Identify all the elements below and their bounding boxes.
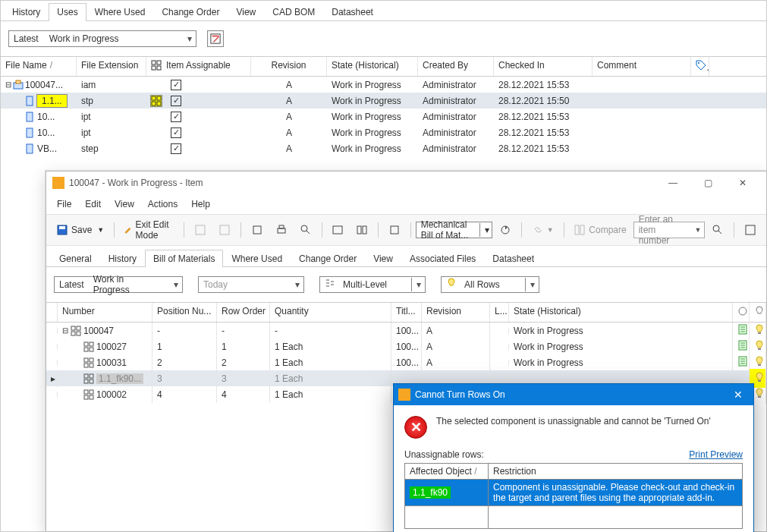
compare-button[interactable]: Compare [568,222,631,238]
hdr-state[interactable]: State (Historical) [327,57,418,76]
top-tab-where-used[interactable]: Where Used [86,3,154,21]
win-tab-associated-files[interactable]: Associated Files [401,250,484,267]
hdr-by[interactable]: Created By [418,57,494,76]
hdr-assignable[interactable]: Item Assignable [166,60,231,73]
toolbar-btn-3[interactable] [246,222,269,238]
page-icon[interactable] [733,353,750,372]
menu-view[interactable]: View [108,197,140,212]
file-row[interactable]: 10...ipt✓AWork in ProgressAdministrator2… [1,124,766,140]
toolbar-btn-2[interactable] [213,222,236,238]
bom-state: Work in Progress [509,354,733,371]
file-row[interactable]: ⊟100047...iam✓AWork in ProgressAdministr… [1,77,766,93]
win-tab-view[interactable]: View [365,250,401,267]
toolbar-btn-1[interactable] [189,222,212,238]
menu-file[interactable]: File [51,197,77,212]
find-button[interactable] [294,222,317,238]
go-button[interactable] [706,222,729,238]
toolbar-btn-last[interactable] [739,222,762,238]
top-tab-datasheet[interactable]: Datasheet [323,3,382,21]
exit-edit-mode-button[interactable]: Exit Edit Mode [119,217,179,243]
print-preview-link[interactable]: Print Preview [689,449,743,460]
tag-icon[interactable] [691,57,709,76]
page-icon[interactable] [733,376,750,382]
bom-rev: A [422,323,490,339]
file-row[interactable]: 10...ipt✓AWork in ProgressAdministrator2… [1,109,766,124]
svg-rect-62 [758,396,761,398]
menu-edit[interactable]: Edit [79,197,107,212]
link-button[interactable]: ▼ [527,222,559,238]
hdr-comment[interactable]: Comment [593,57,691,76]
toolbar-btn-4[interactable] [326,222,349,238]
chevron-down-icon[interactable]: ▾ [168,278,182,291]
svg-rect-20 [253,226,261,234]
bom-type-combo[interactable]: Mechanical Bill of Mat...▾ [416,222,492,238]
svg-rect-39 [758,332,761,334]
collapse-icon[interactable]: ⊟ [62,326,68,335]
bom-row[interactable]: 100027111 Each100...AWork in Progress [46,338,766,354]
bom-order: 3 [217,370,270,387]
sub-allrows-combo[interactable]: All Rows ▾ [441,276,539,293]
hdr-filename[interactable]: File Name [5,60,47,73]
hdr-ext[interactable]: File Extension [77,57,146,76]
save-button[interactable]: Save▼ [51,222,109,238]
toolbar-btn-6[interactable] [383,222,406,238]
top-tab-history[interactable]: History [4,3,49,21]
bom-qty: 1 Each [270,386,391,403]
item-icon [83,357,94,368]
createdby-cell: Administrator [418,94,494,108]
toolbar-btn-5[interactable] [350,222,373,238]
minimize-button[interactable]: — [655,172,690,194]
assignable-checkbox[interactable]: ✓ [171,96,181,106]
win-tab-change-order[interactable]: Change Order [291,250,365,267]
sub-filter-combo[interactable]: Latest Work in Progress ▾ [54,276,183,293]
file-row[interactable]: VB...step✓AWork in ProgressAdministrator… [1,140,766,156]
win-tab-history[interactable]: History [100,250,145,267]
top-tab-change-order[interactable]: Change Order [153,3,228,21]
bom-hdr-l[interactable]: L... [490,303,509,322]
circle-icon[interactable] [733,303,750,322]
bom-refresh-button[interactable] [494,222,517,238]
bom-hdr-order[interactable]: Row Order [217,303,270,322]
bom-order: 4 [217,386,270,403]
bom-row[interactable]: ⊟100047---100...AWork in Progress [46,323,766,338]
assignable-checkbox[interactable]: ✓ [171,143,181,154]
maximize-button[interactable]: ▢ [690,172,725,194]
chevron-down-icon[interactable]: ▾ [182,32,196,46]
sub-multilevel-combo[interactable]: Multi-Level ▾ [319,276,426,293]
assignable-checkbox[interactable]: ✓ [171,112,181,122]
top-tab-view[interactable]: View [228,3,264,21]
assignable-checkbox[interactable]: ✓ [171,127,181,138]
hdr-checked[interactable]: Checked In [494,57,593,76]
sub-latest: Latest [55,278,90,291]
dialog-close-button[interactable]: ✕ [728,389,749,401]
collapse-icon[interactable]: ⊟ [5,80,11,89]
win-tab-bill-of-materials[interactable]: Bill of Materials [145,250,223,267]
menu-help[interactable]: Help [185,197,216,212]
item-search-input[interactable]: Enter an item number▼ [633,222,706,238]
win-tab-general[interactable]: General [51,250,100,267]
svg-rect-42 [84,348,88,351]
bom-hdr-rev[interactable]: Revision [422,303,490,322]
bom-hdr-state[interactable]: State (Historical) [509,303,733,322]
filter-combo[interactable]: Latest Work in Progress ▾ [8,30,196,47]
print-button[interactable] [270,222,293,238]
win-tab-datasheet[interactable]: Datasheet [484,250,542,267]
hdr-revision[interactable]: Revision [251,57,327,76]
bom-hdr-pos[interactable]: Position Nu... [152,303,217,322]
clear-filter-button[interactable] [207,30,224,47]
bom-row[interactable]: 100031221 Each100...AWork in Progress [46,354,766,370]
file-row[interactable]: 1.1...stp✓AWork in ProgressAdministrator… [1,93,766,109]
bom-hdr-title[interactable]: Titl... [391,303,422,322]
assignable-checkbox[interactable]: ✓ [171,80,181,90]
win-tab-where-used[interactable]: Where Used [223,250,291,267]
bom-hdr-qty[interactable]: Quantity [270,303,391,322]
top-tab-uses[interactable]: Uses [49,3,86,21]
comment-cell [593,83,691,87]
bulb-hdr-icon[interactable] [750,303,766,322]
bom-hdr-number[interactable]: Number [58,303,152,322]
close-button[interactable]: ✕ [725,172,760,194]
sub-today-combo[interactable]: Today▾ [198,276,304,293]
menu-actions[interactable]: Actions [142,197,184,212]
top-tab-cad-bom[interactable]: CAD BOM [264,3,323,21]
sub-wip: Work in Progress [90,272,168,297]
